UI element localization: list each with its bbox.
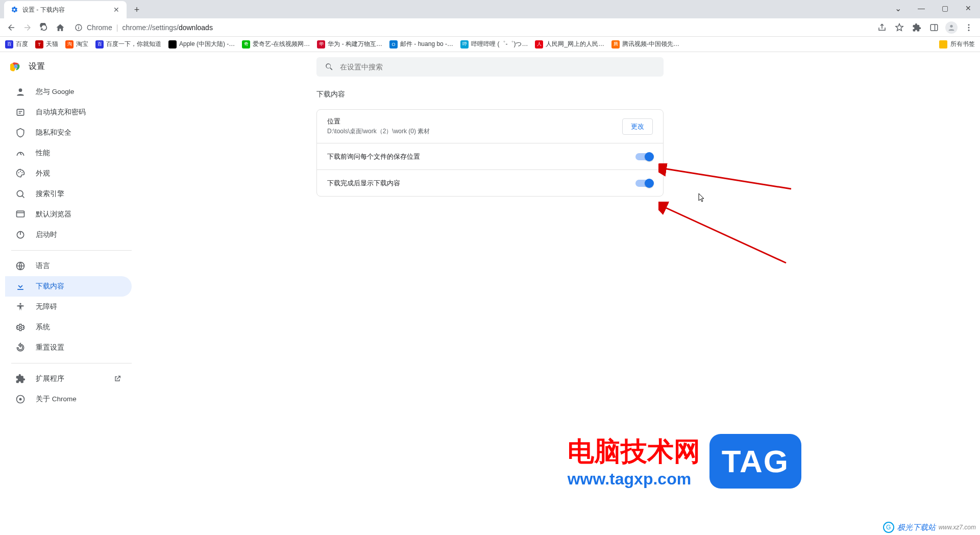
profile-avatar[interactable]	[944, 20, 959, 35]
bookmark-item[interactable]: 哔哔哩哔哩 (゜-゜)つ…	[460, 40, 528, 48]
forward-button[interactable]	[20, 20, 35, 35]
location-label: 位置	[327, 117, 430, 126]
change-location-button[interactable]: 更改	[622, 118, 653, 135]
menu-kebab-icon[interactable]	[962, 20, 976, 35]
settings-gear-icon	[10, 6, 18, 14]
footer-logo-icon: G	[883, 522, 894, 533]
section-title: 下载内容	[316, 90, 664, 99]
watermark-title: 电脑技术网	[568, 434, 700, 470]
settings-search[interactable]	[316, 57, 664, 77]
chrome-logo-icon	[10, 61, 21, 72]
bookmarks-bar: 百百度 T天猫 淘淘宝 百百度一下，你就知道 Apple (中国大陆) -… 奇…	[0, 37, 980, 52]
annotation-arrow-1	[658, 163, 796, 194]
external-link-icon	[113, 375, 121, 383]
nav-autofill[interactable]: 自动填充和密码	[5, 102, 132, 123]
address-field[interactable]: Chrome | chrome://settings/downloads	[69, 20, 873, 35]
row-ask-before-download: 下载前询问每个文件的保存位置	[317, 143, 663, 169]
all-bookmarks-button[interactable]: 所有书签	[939, 40, 975, 48]
settings-search-input[interactable]	[340, 63, 655, 71]
settings-sidebar: 您与 Google 自动填充和密码 隐私和安全 性能 外观 搜索引擎 默认浏览器…	[5, 82, 132, 409]
svg-point-20	[17, 190, 23, 197]
annotation-arrow-2	[658, 202, 791, 268]
search-icon	[325, 62, 334, 71]
bookmark-item[interactable]: 奇爱奇艺-在线视频网…	[242, 40, 310, 48]
downloads-card: 位置 D:\tools\桌面\work（2）\work (0) 素材 更改 下载…	[316, 109, 664, 197]
nav-you-and-google[interactable]: 您与 Google	[5, 82, 132, 102]
new-tab-button[interactable]: +	[130, 3, 144, 17]
nav-reset[interactable]: 重置设置	[5, 337, 132, 358]
bookmark-item[interactable]: 腾腾讯视频-中国领先…	[611, 40, 679, 48]
mouse-cursor-icon	[698, 193, 706, 203]
toggle1-label: 下载前询问每个文件的保存位置	[327, 152, 420, 161]
svg-point-12	[15, 65, 17, 67]
nav-search-engine[interactable]: 搜索引擎	[5, 184, 132, 204]
nav-accessibility[interactable]: 无障碍	[5, 297, 132, 317]
watermark: 电脑技术网 www.tagxp.com TAG	[568, 434, 801, 489]
bookmark-item[interactable]: Apple (中国大陆) -…	[168, 40, 235, 48]
window-maximize-icon[interactable]: ▢	[933, 0, 957, 16]
bookmark-item[interactable]: 淘淘宝	[65, 40, 88, 48]
svg-rect-2	[78, 26, 79, 26]
nav-extensions[interactable]: 扩展程序	[5, 369, 132, 389]
settings-header: 设置	[0, 52, 980, 81]
tabs-bar: 设置 - 下载内容 ✕ +	[0, 0, 980, 18]
toggle-show-downloads[interactable]	[635, 180, 653, 187]
tab-close-icon[interactable]: ✕	[112, 6, 120, 14]
svg-point-19	[21, 172, 22, 173]
window-minimize-icon[interactable]: —	[910, 0, 933, 16]
toggle2-label: 下载完成后显示下载内容	[327, 179, 400, 188]
svg-line-32	[664, 168, 791, 189]
bookmark-item[interactable]: O邮件 - huang bo -…	[389, 40, 453, 48]
nav-performance[interactable]: 性能	[5, 143, 132, 163]
footer-watermark: G 极光下载站 www.xz7.com	[883, 522, 976, 533]
window-dropdown-icon[interactable]: ⌄	[886, 0, 910, 16]
back-button[interactable]	[4, 20, 18, 35]
svg-line-34	[664, 207, 786, 263]
bookmark-item[interactable]: T天猫	[35, 40, 58, 48]
bookmark-star-icon[interactable]	[892, 20, 906, 35]
svg-point-8	[968, 29, 970, 31]
bookmark-item[interactable]: 百百度	[5, 40, 28, 48]
site-info-icon	[75, 23, 83, 32]
side-panel-icon[interactable]	[927, 20, 941, 35]
svg-rect-22	[17, 211, 24, 217]
scheme-label: Chrome	[87, 23, 112, 32]
svg-point-30	[19, 398, 22, 401]
svg-point-5	[950, 25, 952, 27]
nav-downloads[interactable]: 下载内容	[5, 276, 132, 297]
home-button[interactable]	[53, 20, 67, 35]
settings-title: 设置	[29, 61, 45, 72]
nav-on-startup[interactable]: 启动时	[5, 225, 132, 245]
svg-point-17	[18, 172, 19, 173]
extensions-icon[interactable]	[910, 20, 924, 35]
svg-rect-14	[17, 109, 23, 115]
bookmark-item[interactable]: 百百度一下，你就知道	[95, 40, 161, 48]
settings-main: 下载内容 位置 D:\tools\桌面\work（2）\work (0) 素材 …	[316, 90, 664, 197]
toggle-ask-location[interactable]	[635, 153, 653, 160]
reload-button[interactable]	[37, 20, 51, 35]
watermark-tag: TAG	[709, 434, 801, 489]
svg-line-21	[22, 196, 24, 198]
footer-url: www.xz7.com	[939, 524, 976, 531]
row-location: 位置 D:\tools\桌面\work（2）\work (0) 素材 更改	[317, 110, 663, 143]
folder-icon	[939, 40, 947, 48]
svg-point-28	[19, 326, 21, 328]
watermark-url: www.tagxp.com	[568, 470, 691, 489]
nav-appearance[interactable]: 外观	[5, 163, 132, 184]
nav-default-browser[interactable]: 默认浏览器	[5, 204, 132, 225]
nav-system[interactable]: 系统	[5, 317, 132, 337]
svg-point-7	[968, 27, 970, 28]
svg-point-13	[19, 88, 22, 92]
tab-title: 设置 - 下载内容	[22, 6, 108, 14]
browser-tab[interactable]: 设置 - 下载内容 ✕	[4, 1, 127, 18]
window-close-icon[interactable]: ✕	[957, 0, 980, 16]
nav-languages[interactable]: 语言	[5, 256, 132, 276]
footer-brand: 极光下载站	[897, 523, 936, 532]
bookmark-item[interactable]: 华华为 - 构建万物互…	[317, 40, 382, 48]
nav-about-chrome[interactable]: 关于 Chrome	[5, 389, 132, 409]
svg-rect-3	[930, 25, 938, 31]
nav-privacy[interactable]: 隐私和安全	[5, 123, 132, 143]
share-icon[interactable]	[875, 20, 889, 35]
address-bar: Chrome | chrome://settings/downloads	[0, 18, 980, 37]
bookmark-item[interactable]: 人人民网_网上的人民…	[535, 40, 604, 48]
